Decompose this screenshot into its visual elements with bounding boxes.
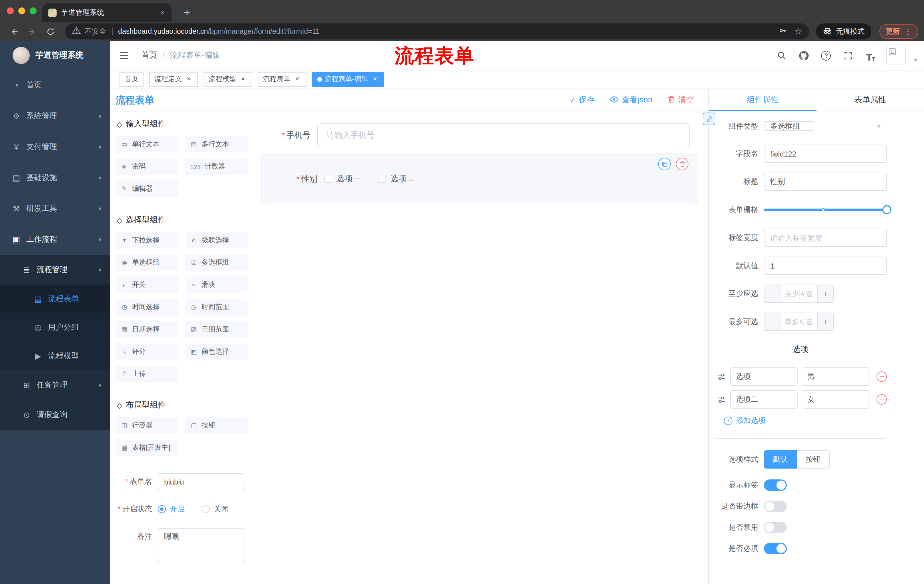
- toggle-required[interactable]: [764, 543, 787, 554]
- field-name-input[interactable]: [764, 145, 887, 163]
- tag-process-form-edit[interactable]: 流程表单-编辑×: [312, 72, 384, 87]
- sidebar-item-task-management[interactable]: ⊞任务管理∨: [0, 370, 111, 400]
- title-input[interactable]: [764, 173, 887, 191]
- remove-option-icon[interactable]: −: [876, 372, 887, 382]
- widget-upload[interactable]: ⇧上传: [116, 366, 178, 382]
- sidebar-item-process-model[interactable]: ▶流程模型: [0, 342, 111, 370]
- style-default-button[interactable]: 默认: [764, 450, 797, 469]
- tab-form-props[interactable]: 表单属性: [817, 89, 924, 111]
- grid-slider[interactable]: [764, 201, 887, 219]
- selected-component[interactable]: 性别 选项一 选项二: [260, 153, 698, 204]
- github-icon[interactable]: [797, 49, 811, 62]
- drag-handle-icon[interactable]: [716, 372, 726, 381]
- tag-process-form[interactable]: 流程表单×: [258, 72, 307, 87]
- widget-cascader[interactable]: ⋔级联选择: [185, 232, 248, 248]
- sidebar-item-dev-tools[interactable]: ⚒研发工具∨: [0, 193, 111, 224]
- widget-date-picker[interactable]: ▦日期选择: [116, 321, 178, 338]
- widget-color-picker[interactable]: ◩颜色选择: [185, 344, 248, 360]
- security-label[interactable]: 不安全: [85, 26, 106, 36]
- sidebar-item-home[interactable]: ◔首页: [0, 70, 111, 100]
- remove-option-icon[interactable]: −: [876, 394, 887, 405]
- form-name-input[interactable]: [158, 473, 244, 490]
- style-button-button[interactable]: 按钮: [797, 450, 830, 469]
- gender-option-2[interactable]: 选项二: [378, 174, 414, 184]
- widget-select[interactable]: ▾下拉选择: [116, 232, 178, 248]
- tag-close-icon[interactable]: ×: [293, 75, 301, 83]
- window-minimize-button[interactable]: [18, 7, 25, 14]
- minus-button[interactable]: −: [764, 285, 780, 302]
- sidebar-item-leave-query[interactable]: ⊙请假查询: [0, 400, 111, 430]
- tag-process-definition[interactable]: 流程定义×: [149, 72, 198, 87]
- minus-button[interactable]: −: [764, 313, 780, 330]
- clear-button[interactable]: 清空: [667, 95, 694, 105]
- save-button[interactable]: ✓ 保存: [569, 95, 595, 105]
- widget-date-range[interactable]: ▧日期范围: [185, 321, 248, 338]
- max-checked-input[interactable]: [780, 313, 817, 330]
- widget-time-picker[interactable]: ◷时间选择: [116, 299, 178, 316]
- tag-close-icon[interactable]: ×: [185, 75, 193, 83]
- tab-close-icon[interactable]: ×: [159, 8, 166, 17]
- add-option-button[interactable]: + 添加选项: [724, 415, 888, 426]
- component-type-select[interactable]: 多选框组 ▼: [764, 118, 887, 135]
- tab-component-props[interactable]: 组件属性: [709, 89, 817, 111]
- tag-home[interactable]: 首页: [119, 72, 144, 87]
- address-bar[interactable]: 不安全 dashboard.yudao.iocoder.cn/bpm/manag…: [65, 23, 809, 39]
- toggle-show-label[interactable]: [764, 479, 787, 491]
- form-remark-textarea[interactable]: 嘿嘿: [158, 528, 244, 562]
- sidebar-item-infrastructure[interactable]: ▤基础设施∨: [0, 162, 111, 193]
- hamburger-icon[interactable]: [111, 50, 138, 61]
- avatar-caret-icon[interactable]: ▾: [914, 57, 917, 63]
- status-radio-off[interactable]: 关闭: [202, 504, 229, 514]
- plus-button[interactable]: +: [817, 313, 833, 330]
- font-size-icon[interactable]: TT: [864, 49, 878, 62]
- gender-option-1[interactable]: 选项一: [324, 174, 361, 184]
- label-width-input[interactable]: [764, 229, 887, 247]
- checkbox-icon[interactable]: [378, 175, 386, 183]
- widget-counter[interactable]: 123计数器: [185, 158, 248, 175]
- option-label-input[interactable]: [730, 367, 798, 386]
- widget-slider[interactable]: ⌁滑块: [185, 276, 248, 293]
- phone-field-row[interactable]: 手机号: [260, 123, 690, 146]
- plus-button[interactable]: +: [817, 285, 833, 302]
- browser-menu-icon[interactable]: ⋮: [904, 27, 912, 36]
- status-radio-on[interactable]: 开启: [158, 504, 185, 514]
- search-icon[interactable]: [775, 49, 789, 62]
- form-canvas[interactable]: 手机号 性别: [253, 112, 705, 584]
- widget-editor[interactable]: ✎编辑器: [116, 181, 178, 197]
- widget-row-container[interactable]: ◫行容器: [116, 417, 178, 434]
- window-maximize-button[interactable]: [30, 7, 36, 14]
- option-label-input[interactable]: [730, 390, 798, 409]
- sidebar-item-user-group[interactable]: ◎用户分组: [0, 313, 111, 342]
- tag-close-icon[interactable]: ×: [371, 75, 379, 83]
- sidebar-item-system-management[interactable]: ⚙系统管理∨: [0, 100, 111, 132]
- widget-button[interactable]: ▢按钮: [185, 417, 248, 434]
- tag-process-model[interactable]: 流程模型×: [203, 72, 252, 87]
- link-icon-button[interactable]: [703, 113, 715, 125]
- gender-field-row[interactable]: 性别 选项一 选项二: [267, 168, 683, 190]
- checkbox-icon[interactable]: [324, 175, 332, 183]
- tag-close-icon[interactable]: ×: [239, 75, 247, 83]
- window-close-button[interactable]: [7, 7, 14, 14]
- delete-component-button[interactable]: [676, 158, 688, 170]
- sidebar-item-process-form[interactable]: ▤流程表单: [0, 285, 111, 313]
- widget-table[interactable]: ▦表格[开发中]: [116, 439, 178, 456]
- widget-multi-line-text[interactable]: ▤多行文本: [185, 136, 248, 153]
- default-value-input[interactable]: [764, 257, 887, 275]
- bookmark-star-icon[interactable]: ☆: [794, 26, 802, 36]
- sidebar-brand[interactable]: 芋道管理系统: [0, 41, 111, 70]
- toggle-border[interactable]: [764, 500, 787, 512]
- widget-switch[interactable]: ◐开关: [116, 276, 178, 293]
- back-icon[interactable]: [6, 23, 22, 39]
- widget-single-line-text[interactable]: ▭单行文本: [116, 136, 178, 153]
- widget-checkbox-group[interactable]: ☑多选框组: [185, 254, 248, 271]
- drag-handle-icon[interactable]: [716, 395, 726, 404]
- widget-time-range[interactable]: ◶时间范围: [185, 299, 248, 316]
- slider-handle[interactable]: [882, 205, 891, 214]
- new-tab-button[interactable]: +: [180, 5, 195, 20]
- breadcrumb-home[interactable]: 首页: [141, 50, 157, 61]
- view-json-button[interactable]: 查看json: [610, 95, 652, 105]
- fullscreen-icon[interactable]: [842, 49, 855, 62]
- min-checked-input[interactable]: [780, 285, 817, 302]
- option-value-input[interactable]: [802, 390, 869, 409]
- widget-password[interactable]: ◈密码: [116, 158, 178, 175]
